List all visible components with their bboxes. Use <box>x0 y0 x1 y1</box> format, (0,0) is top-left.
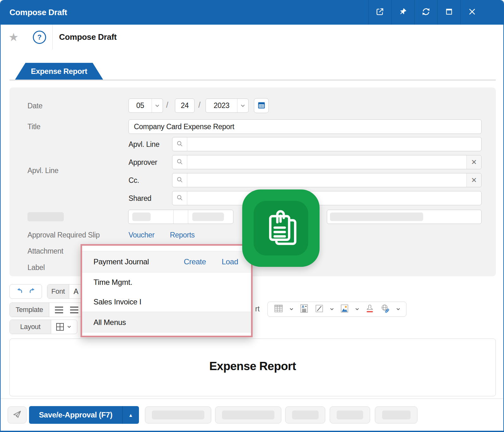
font-button[interactable]: Font <box>47 285 69 298</box>
cc-field: ✕ <box>172 173 482 187</box>
font-group: Font A <box>47 284 85 299</box>
title-value: Company Card Expense Report <box>134 123 234 131</box>
open-new-window-button[interactable] <box>368 0 391 25</box>
year-select[interactable]: 2023 <box>206 99 249 113</box>
magnifier-icon <box>176 176 183 185</box>
chevron-down-icon <box>355 307 359 311</box>
insert-line-button[interactable] <box>315 304 324 315</box>
placeholder-button <box>330 406 370 423</box>
insert-line-dropdown[interactable] <box>330 307 334 311</box>
table-icon <box>273 304 284 315</box>
redo-button[interactable] <box>28 287 36 296</box>
line-icon <box>315 304 324 315</box>
load-link[interactable]: Load <box>222 257 238 266</box>
insert-image-button[interactable] <box>340 304 349 315</box>
menu-item-payment-journal[interactable]: Payment Journal Create Load <box>82 251 251 273</box>
cc-clear-button[interactable]: ✕ <box>466 173 481 187</box>
title-input[interactable]: Company Card Expense Report <box>129 119 482 134</box>
date-separator: / <box>166 100 168 110</box>
attachment-label: Attachment <box>27 247 63 255</box>
insert-stamp-button[interactable] <box>365 304 375 315</box>
approver-input[interactable] <box>187 155 466 169</box>
apvl-line-row-label: Apvl. Line <box>129 140 159 149</box>
placeholder-field-right <box>327 210 482 224</box>
placeholder-button <box>375 406 417 423</box>
voucher-link[interactable]: Voucher <box>129 231 154 239</box>
placeholder-button <box>145 406 211 423</box>
refresh-button[interactable] <box>414 0 437 25</box>
apvl-line-field <box>172 137 482 151</box>
menu-item-all-menus[interactable]: All Menus <box>82 312 251 333</box>
insert-label-fragment: rt <box>255 305 260 313</box>
shared-search-button[interactable] <box>172 191 187 205</box>
month-value: 05 <box>129 99 152 112</box>
page-title: Compose Draft <box>59 25 117 50</box>
undo-button[interactable] <box>16 287 24 296</box>
template-group: Template <box>9 303 82 317</box>
insert-link-dropdown[interactable] <box>396 307 400 311</box>
chevron-down-icon <box>67 325 71 329</box>
font-value-fragment: A <box>69 287 78 296</box>
menu-item-label: All Menus <box>93 318 126 327</box>
save-eapproval-button[interactable]: Save/e-Approval (F7) ▲ <box>29 406 139 424</box>
close-icon <box>468 7 477 17</box>
paper-plane-icon <box>12 410 22 420</box>
placeholder-field-left <box>128 210 233 224</box>
month-select[interactable]: 05 <box>129 99 163 113</box>
calendar-button[interactable] <box>254 98 269 113</box>
approver-clear-button[interactable]: ✕ <box>466 155 481 169</box>
apvl-line-input[interactable] <box>187 137 481 151</box>
insert-table-button[interactable] <box>273 304 284 315</box>
insert-text-block-button[interactable]: A <box>299 304 309 315</box>
triangle-up-icon: ▲ <box>129 412 133 418</box>
pin-icon <box>399 8 407 17</box>
star-icon: ★ <box>9 32 19 43</box>
placeholder-button <box>215 406 281 423</box>
placeholder-button <box>285 406 325 423</box>
image-icon <box>340 304 349 315</box>
window-title: Compose Draft <box>9 0 67 25</box>
align-justify-button[interactable] <box>55 307 63 313</box>
calendar-icon <box>257 101 266 111</box>
help-button[interactable]: ? <box>27 25 53 50</box>
apvl-group-label: Apvl. Line <box>27 166 58 175</box>
shared-row-label: Shared <box>129 194 151 203</box>
menu-item-sales-invoice[interactable]: Sales Invoice I <box>82 292 251 312</box>
approver-search-button[interactable] <box>172 155 187 169</box>
insert-image-dropdown[interactable] <box>355 307 359 311</box>
favorite-button[interactable]: ★ <box>1 25 27 50</box>
close-button[interactable] <box>460 0 483 25</box>
open-new-window-icon <box>375 7 384 17</box>
cc-row-label: Cc. <box>129 176 139 185</box>
create-link[interactable]: Create <box>184 257 206 266</box>
layout-grid-dropdown[interactable] <box>67 325 71 329</box>
layout-button[interactable]: Layout <box>10 320 51 334</box>
stamp-icon <box>365 304 375 315</box>
save-dropdown-toggle[interactable]: ▲ <box>122 406 139 424</box>
day-input[interactable]: 24 <box>175 99 195 113</box>
menu-item-time-mgmt[interactable]: Time Mgmt. <box>82 273 251 292</box>
shared-input[interactable] <box>187 191 481 205</box>
insert-link-button[interactable] <box>380 304 390 315</box>
tab-expense-report[interactable]: Expense Report <box>15 63 103 80</box>
layout-grid-button[interactable] <box>56 323 64 331</box>
globe-link-icon <box>380 304 390 315</box>
x-icon: ✕ <box>471 158 477 166</box>
apvl-line-search-button[interactable] <box>172 137 187 151</box>
reports-link[interactable]: Reports <box>170 231 195 239</box>
save-button-label: Save/e-Approval (F7) <box>29 406 122 424</box>
magnifier-icon <box>176 194 183 203</box>
magnifier-icon <box>176 158 183 167</box>
cc-input[interactable] <box>187 173 466 187</box>
pin-button[interactable] <box>391 0 414 25</box>
editor-canvas[interactable]: Expense Report <box>9 339 496 396</box>
shared-field <box>172 191 482 205</box>
documents-paperclip-icon <box>254 201 308 255</box>
template-button[interactable]: Template <box>10 303 49 317</box>
send-button[interactable] <box>8 406 27 423</box>
insert-table-dropdown[interactable] <box>289 307 294 311</box>
cc-search-button[interactable] <box>172 173 187 187</box>
refresh-icon <box>422 7 430 17</box>
align-justify-button-2[interactable] <box>70 307 78 313</box>
maximize-button[interactable] <box>437 0 460 25</box>
